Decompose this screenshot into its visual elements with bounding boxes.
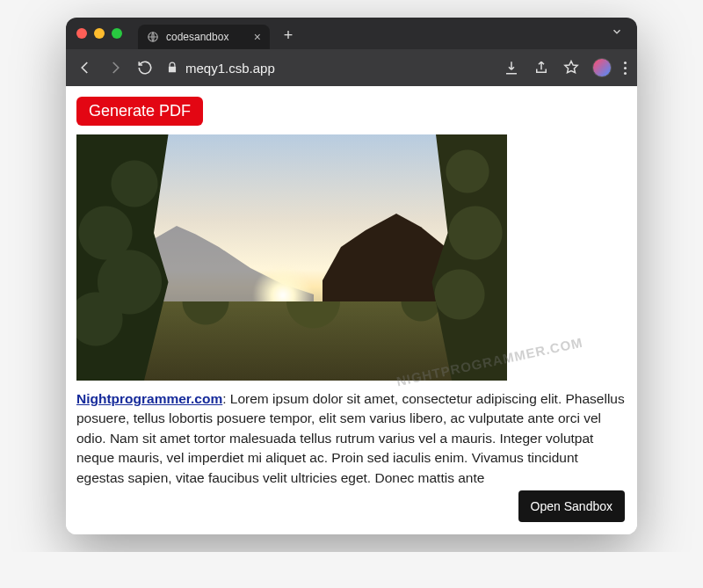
close-window-button[interactable]: [76, 28, 87, 39]
profile-avatar[interactable]: [592, 58, 612, 77]
lock-icon: [166, 62, 178, 74]
bookmark-star-icon[interactable]: [562, 59, 580, 76]
install-icon[interactable]: [503, 59, 520, 76]
back-button[interactable]: [76, 59, 94, 76]
reload-button[interactable]: [136, 59, 154, 76]
close-tab-icon[interactable]: ×: [254, 30, 261, 44]
open-sandbox-button[interactable]: Open Sandbox: [518, 490, 625, 522]
browser-tab[interactable]: codesandbox ×: [138, 25, 270, 49]
body-paragraph: Nightprogrammer.com: Lorem ipsum dolor s…: [76, 389, 627, 488]
page-content: Generate PDF NIGHTPROGRAMMER.COM Nightpr…: [66, 86, 637, 534]
globe-icon: [147, 31, 159, 43]
forward-button[interactable]: [106, 59, 124, 76]
browser-toolbar: meqy1.csb.app: [66, 49, 637, 86]
browser-window: codesandbox × + meqy1.csb.app: [66, 18, 637, 534]
maximize-window-button[interactable]: [112, 28, 122, 39]
tab-title: codesandbox: [166, 31, 247, 43]
url-text: meqy1.csb.app: [185, 61, 275, 76]
landscape-image: [76, 134, 507, 381]
share-icon[interactable]: [533, 59, 550, 76]
new-tab-button[interactable]: +: [277, 24, 300, 47]
traffic-lights: [76, 28, 122, 39]
minimize-window-button[interactable]: [94, 28, 105, 39]
titlebar: codesandbox × +: [66, 18, 637, 49]
chevron-down-icon[interactable]: [611, 25, 623, 41]
generate-pdf-button[interactable]: Generate PDF: [76, 97, 203, 126]
address-bar[interactable]: meqy1.csb.app: [166, 61, 490, 76]
menu-button[interactable]: [624, 62, 627, 75]
nightprogrammer-link[interactable]: Nightprogrammer.com: [76, 391, 222, 406]
